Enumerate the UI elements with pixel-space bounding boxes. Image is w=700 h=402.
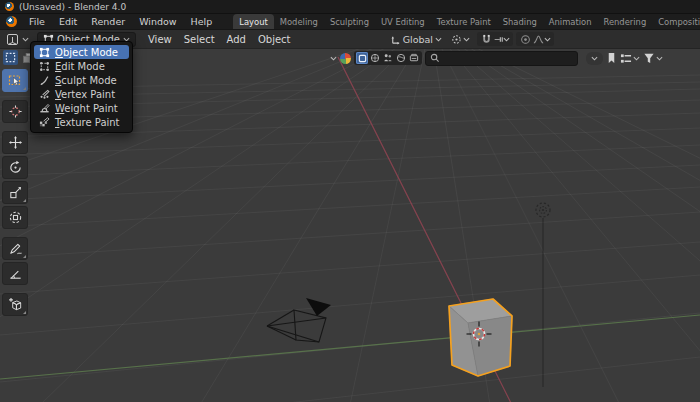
- editor-3d-viewport-icon: [6, 33, 19, 46]
- move-tool-button[interactable]: [2, 131, 28, 154]
- chevron-down-icon: [435, 37, 442, 42]
- cube-object[interactable]: [449, 299, 512, 376]
- blender-window: (Unsaved) - Blender 4.0 File Edit Render…: [0, 0, 700, 402]
- menu-edit[interactable]: Edit: [52, 15, 84, 28]
- texture-paint-icon: [38, 116, 50, 128]
- toolbar: [2, 69, 28, 316]
- select-box-tool-button[interactable]: [2, 69, 28, 92]
- filter-funnel-icon: [643, 52, 655, 64]
- bookmark-icon[interactable]: [606, 52, 617, 64]
- scale-icon: [8, 185, 23, 200]
- menu-object[interactable]: Object: [252, 33, 297, 46]
- editor-type-button[interactable]: [4, 32, 31, 47]
- point-light-object[interactable]: [536, 203, 550, 217]
- scale-tool-button[interactable]: [2, 181, 28, 204]
- annotate-pen-icon: [8, 241, 23, 256]
- annotate-tool-button[interactable]: [2, 237, 28, 260]
- subtool-indicator: [23, 255, 26, 258]
- figures-toggle[interactable]: [382, 52, 394, 64]
- overlay-square-toggle[interactable]: [356, 52, 368, 64]
- 3d-cursor-icon: [8, 104, 23, 119]
- swirl-sphere-toggle[interactable]: [395, 52, 407, 64]
- menu-add[interactable]: Add: [221, 33, 252, 46]
- chevron-down-icon: [591, 56, 598, 61]
- menu-item-label: Edit Mode: [55, 61, 105, 72]
- menu-file[interactable]: File: [22, 15, 52, 28]
- active-tool-select-box-icon[interactable]: [3, 50, 18, 65]
- menu-item-edit-mode[interactable]: Edit Mode: [34, 59, 129, 73]
- transform-orientation-button[interactable]: Global: [388, 33, 444, 46]
- proportional-editing-toggle[interactable]: [519, 33, 531, 45]
- menu-item-vertex-paint[interactable]: Vertex Paint: [34, 87, 129, 101]
- blender-menu-logo-icon[interactable]: [6, 16, 17, 27]
- globe-toggle[interactable]: [369, 52, 381, 64]
- menu-help[interactable]: Help: [184, 15, 220, 28]
- tab-shading[interactable]: Shading: [497, 14, 543, 29]
- edit-mode-icon: [38, 60, 50, 72]
- subtool-indicator: [23, 199, 26, 202]
- window-title: (Unsaved) - Blender 4.0: [19, 2, 126, 12]
- collapse-button[interactable]: [586, 52, 603, 65]
- menu-window[interactable]: Window: [132, 15, 183, 28]
- filter-button[interactable]: [643, 52, 663, 64]
- menu-item-label: Vertex Paint: [55, 89, 115, 100]
- mode-dropdown-menu: Object Mode Edit Mode Sculpt Mode Vertex…: [30, 41, 133, 133]
- add-cube-tool-button[interactable]: [2, 293, 28, 316]
- vertex-paint-icon: [38, 88, 50, 100]
- display-mode-button[interactable]: [620, 53, 640, 64]
- measure-protractor-icon: [8, 266, 23, 281]
- menu-item-label: Sculpt Mode: [55, 75, 117, 86]
- menu-view[interactable]: View: [142, 33, 178, 46]
- tab-compositing[interactable]: Compositing: [652, 14, 700, 29]
- transform-icon: [8, 210, 23, 225]
- grid-box-toggle[interactable]: [408, 52, 420, 64]
- tab-texture-paint[interactable]: Texture Paint: [431, 14, 497, 29]
- add-cube-icon: [8, 297, 23, 312]
- menu-item-label: Weight Paint: [55, 103, 118, 114]
- snap-settings-button[interactable]: [494, 33, 510, 45]
- snap-with-icon: [494, 34, 503, 45]
- subtool-indicator: [23, 87, 26, 90]
- camera-object[interactable]: [267, 298, 331, 342]
- snap-toggle-button[interactable]: [480, 33, 492, 45]
- pivot-point-button[interactable]: [447, 33, 474, 46]
- magnet-icon: [481, 34, 492, 45]
- object-mode-icon: [38, 46, 50, 58]
- search-icon: [430, 53, 440, 63]
- menu-item-texture-paint[interactable]: Texture Paint: [34, 115, 129, 129]
- proportional-editing-group: [516, 32, 554, 46]
- cursor-tool-button[interactable]: [2, 100, 28, 123]
- workspace-tabs: Layout Modeling Sculpting UV Editing Tex…: [233, 14, 700, 29]
- top-bar: File Edit Render Window Help Layout Mode…: [0, 14, 700, 30]
- menu-item-weight-paint[interactable]: Weight Paint: [34, 101, 129, 115]
- falloff-curve-icon: [533, 34, 544, 45]
- rotate-tool-button[interactable]: [2, 156, 28, 179]
- proportional-falloff-button[interactable]: [533, 33, 551, 45]
- tab-rendering[interactable]: Rendering: [597, 14, 652, 29]
- chevron-down-icon: [22, 37, 29, 42]
- tab-animation[interactable]: Animation: [543, 14, 598, 29]
- title-bar: (Unsaved) - Blender 4.0: [0, 0, 700, 14]
- tab-sculpting[interactable]: Sculpting: [324, 14, 375, 29]
- viewport-search: [425, 51, 578, 66]
- tree-list-icon: [620, 53, 632, 64]
- weight-paint-icon: [38, 102, 50, 114]
- collapse-chevron-icon[interactable]: [330, 56, 337, 61]
- menu-item-sculpt-mode[interactable]: Sculpt Mode: [34, 73, 129, 87]
- chevron-down-icon: [463, 37, 470, 42]
- menu-item-object-mode[interactable]: Object Mode: [34, 45, 129, 59]
- search-input[interactable]: [443, 52, 573, 64]
- tab-modeling[interactable]: Modeling: [274, 14, 324, 29]
- blender-logo-icon: [5, 2, 14, 11]
- viewport-overlay-bar: [330, 51, 663, 65]
- camera-up-triangle: [306, 298, 331, 316]
- transform-tool-button[interactable]: [2, 206, 28, 229]
- menu-render[interactable]: Render: [84, 15, 132, 28]
- menu-select[interactable]: Select: [178, 33, 221, 46]
- shading-sphere-icon[interactable]: [340, 53, 351, 64]
- tab-uv-editing[interactable]: UV Editing: [375, 14, 431, 29]
- chevron-down-icon: [656, 56, 663, 61]
- measure-tool-button[interactable]: [2, 262, 28, 285]
- tab-layout[interactable]: Layout: [233, 14, 273, 29]
- rotate-icon: [8, 160, 23, 175]
